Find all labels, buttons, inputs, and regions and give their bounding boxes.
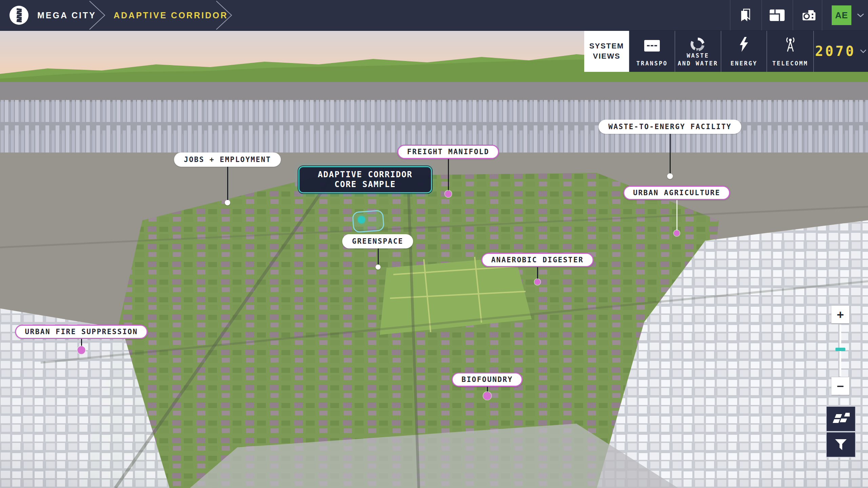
map-label-adaptive-corridor-core-sample[interactable]: ADAPTIVE CORRIDOR CORE SAMPLE <box>298 166 432 193</box>
breadcrumb-current[interactable]: ADAPTIVE CORRIDOR <box>114 0 228 30</box>
mega-city-logo[interactable] <box>9 6 28 25</box>
top-navigation-bar: MEGA CITY ADAPTIVE CORRIDOR <box>0 0 868 31</box>
map-marker-waste-to-energy[interactable] <box>667 174 673 179</box>
tab-telecomm[interactable]: TELECOMM <box>767 30 813 72</box>
breadcrumb-root[interactable]: MEGA CITY <box>37 0 96 30</box>
bookmarks-button[interactable] <box>730 0 761 30</box>
map-label-greenspace[interactable]: GREENSPACE <box>342 234 413 248</box>
map-marker-fire-suppression[interactable] <box>78 346 85 354</box>
tab-label-line: TRANSPO <box>636 60 668 67</box>
map-marker-digester[interactable] <box>535 279 540 285</box>
system-views-title-line: VIEWS <box>593 51 620 61</box>
map-marker-agriculture[interactable] <box>674 230 680 236</box>
city-3d-map[interactable]: JOBS + EMPLOYMENT FREIGHT MANIFOLD ADAPT… <box>0 30 868 488</box>
filter-funnel-icon <box>834 439 847 451</box>
account-menu-button[interactable] <box>855 0 866 30</box>
tab-label-line: ENERGY <box>731 60 757 67</box>
tab-label-line: TELECOMM <box>772 60 808 67</box>
layout-dashboard-icon <box>769 9 785 21</box>
filter-button[interactable] <box>826 432 856 458</box>
year-selector[interactable]: 2070 <box>813 30 868 72</box>
system-views-panel: SYSTEM VIEWS TRANSPO <box>584 30 868 72</box>
transit-dashes-icon <box>644 40 660 52</box>
lightning-bolt-icon <box>739 37 749 52</box>
map-label-biofoundry[interactable]: BIOFOUNDRY <box>452 372 522 387</box>
bookmark-icon <box>739 8 752 22</box>
chevron-down-icon <box>857 13 864 17</box>
system-views-title: SYSTEM VIEWS <box>584 30 629 72</box>
tab-label-line: AND WATER <box>678 60 718 67</box>
leader-line <box>227 165 228 203</box>
antenna-icon <box>784 36 797 52</box>
map-marker-freight[interactable] <box>445 191 452 197</box>
tower-logo-icon <box>13 8 25 22</box>
year-value: 2070 <box>815 43 856 59</box>
corridor-sample-marker[interactable] <box>358 216 365 223</box>
screenshot-button[interactable] <box>793 0 824 30</box>
app-window: JOBS + EMPLOYMENT FREIGHT MANIFOLD ADAPT… <box>0 0 868 488</box>
map-label-urban-agriculture[interactable]: URBAN AGRICULTURE <box>623 186 730 200</box>
map-label-anaerobic-digester[interactable]: ANAEROBIC DIGESTER <box>481 253 594 267</box>
zoom-out-button[interactable]: − <box>831 377 849 395</box>
map-marker-greenspace[interactable] <box>376 265 381 270</box>
user-avatar[interactable]: AE <box>832 5 851 25</box>
map-label-jobs-employment[interactable]: JOBS + EMPLOYMENT <box>174 152 281 167</box>
basemap-layers-button[interactable] <box>826 406 856 432</box>
map-label-urban-fire-suppression[interactable]: URBAN FIRE SUPPRESSION <box>15 325 147 339</box>
map-label-freight-manifold[interactable]: FREIGHT MANIFOLD <box>397 145 499 159</box>
map-label-waste-to-energy[interactable]: WASTE-TO-ENERGY FACILITY <box>598 120 741 134</box>
corridor-sample-zone-outline <box>352 210 384 233</box>
zoom-slider-handle[interactable] <box>835 348 845 351</box>
recycle-icon <box>690 37 705 52</box>
basemap-tiles-icon <box>832 413 850 425</box>
leader-line <box>448 157 449 193</box>
chevron-down-icon <box>860 49 867 53</box>
zoom-in-button[interactable]: + <box>831 306 849 323</box>
tab-transpo[interactable]: TRANSPO <box>629 30 674 72</box>
layout-views-button[interactable] <box>762 0 793 30</box>
leader-line <box>676 198 677 232</box>
map-marker-biofoundry[interactable] <box>484 392 491 400</box>
map-marker-jobs[interactable] <box>225 200 230 205</box>
leader-line <box>378 247 379 267</box>
tab-waste-and-water[interactable]: WASTE AND WATER <box>675 30 721 72</box>
system-views-title-line: SYSTEM <box>589 41 624 51</box>
camera-icon <box>801 9 816 21</box>
city-render <box>0 30 868 488</box>
tab-energy[interactable]: ENERGY <box>721 30 767 72</box>
tab-label-line: WASTE <box>687 52 709 60</box>
leader-line <box>670 132 671 176</box>
